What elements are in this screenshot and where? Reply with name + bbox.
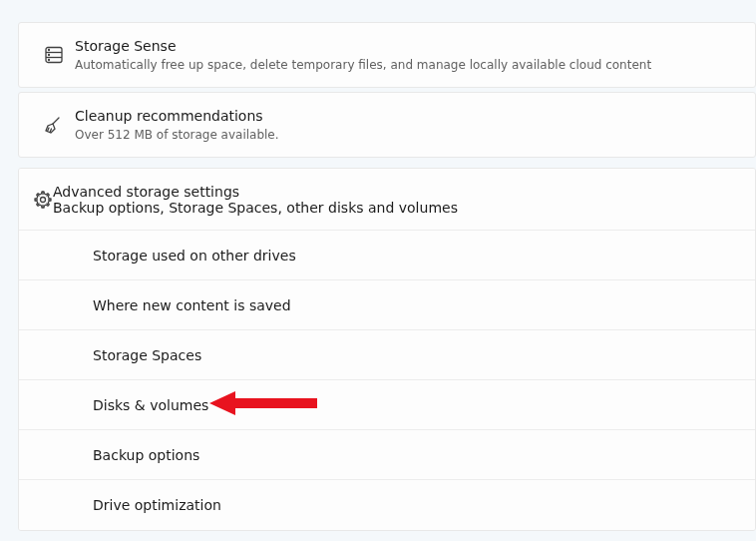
broom-icon xyxy=(33,115,75,135)
sub-item-label: Storage used on other drives xyxy=(93,248,296,264)
sub-item-disks-volumes[interactable]: Disks & volumes xyxy=(19,380,755,430)
sub-item-label: Storage Spaces xyxy=(93,347,201,363)
svg-point-5 xyxy=(49,60,50,61)
storage-sense-card[interactable]: Storage Sense Automatically free up spac… xyxy=(18,22,756,88)
storage-settings-page: Storage Sense Automatically free up spac… xyxy=(0,0,756,531)
cleanup-recommendations-card[interactable]: Cleanup recommendations Over 512 MB of s… xyxy=(18,92,756,158)
gear-icon xyxy=(33,190,53,210)
svg-point-9 xyxy=(41,197,46,202)
sub-item-drive-optimization[interactable]: Drive optimization xyxy=(19,480,755,530)
storage-sense-title: Storage Sense xyxy=(75,37,737,56)
sub-item-label: Where new content is saved xyxy=(93,297,291,313)
sub-item-label: Disks & volumes xyxy=(93,397,208,413)
cleanup-title: Cleanup recommendations xyxy=(75,107,737,126)
svg-line-6 xyxy=(53,118,59,124)
advanced-storage-header[interactable]: Advanced storage settings Backup options… xyxy=(19,169,755,231)
sub-item-where-new-content[interactable]: Where new content is saved xyxy=(19,280,755,330)
storage-sense-subtitle: Automatically free up space, delete temp… xyxy=(75,57,737,73)
cleanup-subtitle: Over 512 MB of storage available. xyxy=(75,127,737,143)
svg-point-3 xyxy=(49,50,50,51)
svg-point-4 xyxy=(49,55,50,56)
sub-item-storage-spaces[interactable]: Storage Spaces xyxy=(19,330,755,380)
advanced-title: Advanced storage settings xyxy=(53,184,458,200)
storage-sense-icon xyxy=(33,45,75,65)
sub-item-backup-options[interactable]: Backup options xyxy=(19,430,755,480)
sub-item-label: Drive optimization xyxy=(93,497,221,513)
svg-line-7 xyxy=(48,128,50,132)
sub-item-storage-other-drives[interactable]: Storage used on other drives xyxy=(19,231,755,280)
advanced-subtitle: Backup options, Storage Spaces, other di… xyxy=(53,200,458,216)
advanced-storage-expander: Advanced storage settings Backup options… xyxy=(18,168,756,531)
sub-item-label: Backup options xyxy=(93,447,199,463)
